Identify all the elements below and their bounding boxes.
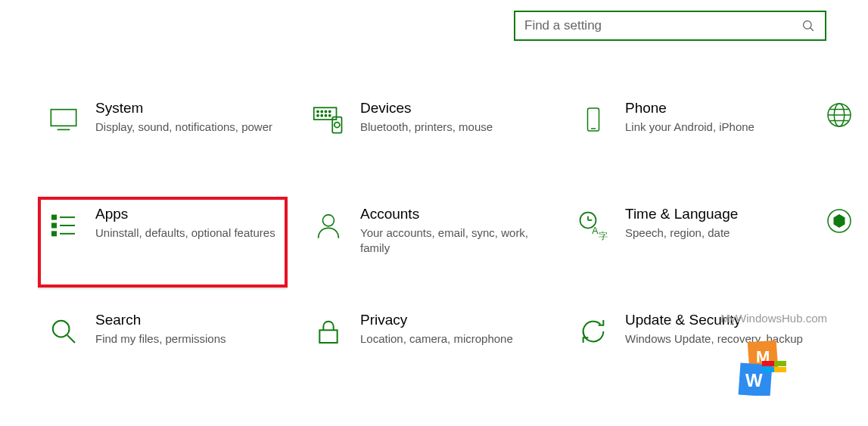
svg-point-23 [323, 215, 334, 226]
tile-subtitle: Speech, region, date [625, 225, 807, 241]
svg-point-5 [317, 110, 319, 112]
svg-point-12 [329, 115, 331, 117]
tile-title: System [95, 100, 277, 117]
tile-title: Devices [360, 100, 542, 117]
svg-rect-43 [774, 361, 786, 366]
accounts-icon [310, 207, 347, 244]
tile-title: Time & Language [625, 206, 807, 222]
svg-point-7 [325, 110, 326, 112]
svg-text:W: W [745, 370, 763, 390]
svg-point-6 [321, 110, 322, 112]
tile-subtitle: Location, camera, microphone [360, 331, 542, 347]
svg-rect-31 [319, 330, 337, 343]
tile-subtitle: Your accounts, email, sync, work, family [360, 225, 542, 257]
category-search[interactable]: Search Find my files, permissions [38, 303, 288, 393]
tile-title: Phone [625, 100, 807, 117]
privacy-icon [310, 313, 347, 350]
search-box[interactable] [514, 11, 826, 41]
tile-title: Search [95, 312, 277, 328]
category-devices[interactable]: Devices Bluetooth, printers, mouse [303, 91, 552, 182]
svg-rect-2 [51, 110, 76, 126]
category-time-language[interactable]: A 字 Time & Language Speech, region, date [568, 197, 817, 288]
category-phone[interactable]: Phone Link your Android, iPhone [568, 91, 817, 182]
tile-subtitle: Display, sound, notifications, power [95, 120, 277, 135]
apps-icon [45, 207, 82, 244]
svg-line-1 [810, 28, 814, 31]
search-input[interactable] [515, 18, 792, 33]
update-security-icon [575, 313, 611, 350]
svg-point-29 [53, 321, 70, 337]
svg-rect-45 [774, 367, 786, 372]
settings-categories-grid: System Display, sound, notifications, po… [38, 91, 840, 393]
phone-icon [575, 101, 611, 138]
tile-subtitle: Bluetooth, printers, mouse [360, 120, 542, 135]
svg-point-11 [325, 115, 326, 117]
svg-point-0 [804, 21, 812, 30]
watermark-text: MyWindowsHub.com [720, 312, 827, 325]
network-internet-icon[interactable] [826, 101, 853, 129]
svg-text:字: 字 [599, 231, 608, 241]
tile-title: Apps [95, 206, 277, 222]
time-language-icon: A 字 [575, 207, 611, 244]
svg-text:A: A [592, 225, 599, 236]
category-privacy[interactable]: Privacy Location, camera, microphone [303, 303, 552, 393]
svg-point-8 [329, 110, 331, 112]
tile-subtitle: Link your Android, iPhone [625, 120, 807, 135]
svg-rect-44 [762, 367, 774, 372]
svg-rect-42 [762, 361, 774, 366]
category-system[interactable]: System Display, sound, notifications, po… [38, 91, 288, 182]
tile-title: Accounts [360, 206, 542, 222]
search-icon[interactable] [792, 12, 825, 39]
system-icon [45, 101, 82, 138]
tile-subtitle: Find my files, permissions [95, 331, 277, 347]
edge-icons-column [826, 101, 853, 235]
svg-rect-15 [588, 108, 599, 131]
category-apps[interactable]: Apps Uninstall, defaults, optional featu… [38, 197, 288, 288]
svg-rect-17 [52, 216, 56, 219]
svg-line-30 [67, 335, 75, 343]
gaming-icon[interactable] [826, 207, 853, 235]
devices-icon [310, 101, 347, 138]
category-accounts[interactable]: Accounts Your accounts, email, sync, wor… [303, 197, 552, 288]
tile-subtitle: Uninstall, defaults, optional features [95, 225, 277, 241]
svg-rect-21 [52, 232, 56, 235]
svg-point-9 [317, 115, 319, 117]
watermark-logo: M W [736, 338, 788, 396]
svg-point-10 [321, 115, 322, 117]
svg-rect-19 [52, 224, 56, 228]
tile-title: Privacy [360, 312, 542, 328]
search-category-icon [45, 313, 82, 350]
svg-point-14 [334, 123, 340, 128]
